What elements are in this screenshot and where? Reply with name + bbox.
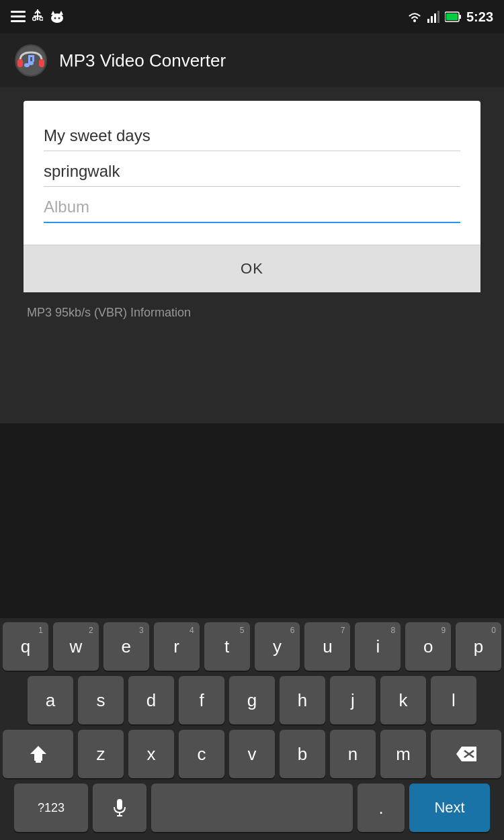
- bg-content-hint: MP3 95kb/s (VBR) Information: [13, 292, 491, 333]
- key-d[interactable]: d: [128, 676, 174, 724]
- key-z[interactable]: z: [78, 730, 124, 778]
- keyboard-row-4: ?123 . Next: [3, 784, 501, 832]
- status-time: 5:23: [466, 9, 493, 25]
- key-p[interactable]: p0: [456, 622, 501, 671]
- svg-point-12: [413, 19, 416, 22]
- svg-rect-19: [446, 13, 458, 20]
- main-content: OK MP3 95kb/s (VBR) Information: [0, 87, 504, 423]
- svg-rect-16: [437, 11, 439, 23]
- status-icons-right: 5:23: [407, 9, 493, 25]
- svg-rect-6: [40, 17, 43, 20]
- dialog: OK: [24, 101, 480, 292]
- keyboard-row-1: q1 w2 e3 r4 t5 y6 u7 i8 o9 p0: [3, 622, 501, 671]
- key-k[interactable]: k: [380, 676, 426, 724]
- dialog-field-album: [44, 192, 460, 223]
- svg-rect-23: [39, 59, 44, 67]
- mic-key[interactable]: [93, 784, 146, 832]
- ok-button[interactable]: OK: [24, 245, 480, 292]
- svg-rect-1: [11, 15, 26, 17]
- artist-input[interactable]: [44, 157, 460, 187]
- key-g[interactable]: g: [229, 676, 275, 724]
- signal-icon: [427, 11, 439, 23]
- app-logo-icon: [13, 43, 48, 78]
- svg-marker-9: [59, 11, 63, 15]
- next-key[interactable]: Next: [409, 784, 490, 832]
- title-input[interactable]: [44, 121, 460, 151]
- svg-rect-14: [431, 16, 433, 23]
- key-u[interactable]: u7: [304, 622, 350, 671]
- key-f[interactable]: f: [179, 676, 224, 724]
- wifi-icon: [407, 11, 422, 23]
- status-icons-left: [11, 9, 65, 24]
- svg-point-5: [33, 17, 36, 21]
- svg-marker-29: [30, 746, 46, 761]
- svg-rect-13: [427, 19, 429, 23]
- status-bar: 5:23: [0, 0, 504, 34]
- svg-rect-30: [36, 761, 41, 763]
- key-w[interactable]: w2: [53, 622, 99, 671]
- backspace-key[interactable]: [431, 730, 501, 778]
- space-key[interactable]: [151, 784, 353, 832]
- svg-point-11: [58, 17, 60, 19]
- key-l[interactable]: l: [431, 676, 476, 724]
- key-s[interactable]: s: [78, 676, 124, 724]
- menu-icon: [11, 11, 26, 23]
- svg-rect-26: [32, 55, 34, 62]
- keyboard-rows: q1 w2 e3 r4 t5 y6 u7 i8 o9 p0 a s d f g …: [0, 618, 504, 840]
- key-r[interactable]: r4: [154, 622, 200, 671]
- svg-rect-34: [117, 799, 122, 810]
- key-t[interactable]: t5: [204, 622, 250, 671]
- keyboard: q1 w2 e3 r4 t5 y6 u7 i8 o9 p0 a s d f g …: [0, 618, 504, 840]
- svg-marker-8: [51, 11, 55, 15]
- keyboard-row-2: a s d f g h j k l: [3, 676, 501, 724]
- album-input[interactable]: [44, 192, 460, 223]
- battery-icon: [445, 11, 461, 22]
- svg-rect-0: [11, 11, 26, 13]
- dialog-field-title: [44, 121, 460, 151]
- key-a[interactable]: a: [28, 676, 73, 724]
- svg-point-28: [28, 61, 34, 65]
- key-b[interactable]: b: [280, 730, 325, 778]
- period-key[interactable]: .: [358, 784, 405, 832]
- key-y[interactable]: y6: [255, 622, 300, 671]
- key-o[interactable]: o9: [405, 622, 451, 671]
- key-x[interactable]: x: [128, 730, 174, 778]
- shift-key[interactable]: [3, 730, 73, 778]
- svg-point-7: [51, 13, 63, 23]
- usb-icon: [32, 9, 43, 24]
- key-c[interactable]: c: [179, 730, 224, 778]
- key-v[interactable]: v: [229, 730, 275, 778]
- app-icon-small: [50, 9, 65, 24]
- svg-rect-22: [17, 59, 23, 67]
- svg-rect-15: [434, 13, 436, 23]
- key-i[interactable]: i8: [355, 622, 401, 671]
- app-bar: MP3 Video Converter: [0, 34, 504, 87]
- dialog-field-artist: [44, 157, 460, 187]
- key-n[interactable]: n: [330, 730, 376, 778]
- svg-point-10: [54, 17, 56, 19]
- key-q[interactable]: q1: [3, 622, 48, 671]
- svg-marker-31: [456, 747, 476, 761]
- key-h[interactable]: h: [280, 676, 325, 724]
- symbols-key[interactable]: ?123: [14, 784, 88, 832]
- app-title: MP3 Video Converter: [59, 50, 226, 71]
- svg-rect-18: [459, 15, 461, 19]
- key-e[interactable]: e3: [103, 622, 149, 671]
- key-j[interactable]: j: [330, 676, 376, 724]
- keyboard-row-3: z x c v b n m: [3, 730, 501, 778]
- key-m[interactable]: m: [380, 730, 426, 778]
- svg-rect-2: [11, 20, 26, 22]
